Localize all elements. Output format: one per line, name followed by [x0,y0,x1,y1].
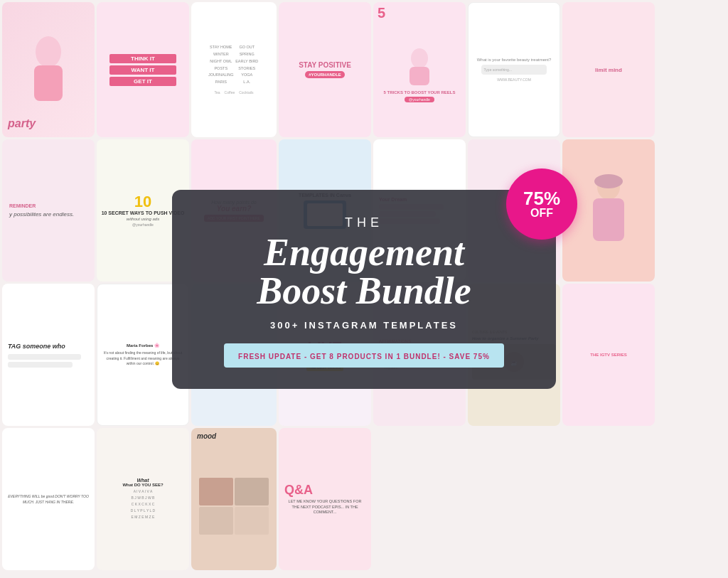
card-think-it: THINK IT WANT IT GET IT [97,2,189,137]
everything-good-text: EVERYTHING WILL be good DON'T WORRY TOO … [6,493,90,505]
svg-point-2 [411,48,428,68]
svg-point-0 [36,36,61,68]
card-beauty: What is your favorite beauty treatment? … [468,2,560,137]
beauty-treatment-text: What is your favorite beauty treatment? [477,58,552,62]
www-beauty: WWW.BEAUTY.COM [497,77,531,82]
main-overlay: 75% OFF THE Engagement Boost Bundle 300+… [172,190,556,389]
banner-text: FRESH UPDATE - GET 8 PRODUCTS IN 1 BUNDL… [238,353,490,360]
badge-percent: 75% [523,189,560,208]
card-everything-good: EVERYTHING WILL be good DON'T WORRY TOO … [2,428,95,570]
overlay-banner: FRESH UPDATE - GET 8 PRODUCTS IN 1 BUNDL… [224,343,504,368]
card-stay-positive: STAY POSITIVE #YOURHANDLE [279,2,371,137]
card-what-do-you-see: What What DO YOU SEE? A I V A I V A B J … [97,428,189,570]
think-line-1: THINK IT [109,54,176,63]
what-do-you-see-text: What DO YOU SEE? [122,483,163,487]
svg-point-6 [594,174,623,188]
svg-rect-5 [593,198,624,241]
limit-mind-text: limit mind [595,67,622,73]
overlay-title-engagement: Engagement [208,233,520,272]
svg-rect-1 [34,65,63,101]
card-tag-someone: TAG someone who [2,284,95,426]
stay-positive-text: STAY POSITIVE [299,61,351,70]
think-line-3: GET IT [109,77,176,86]
overlay-subtitle: 300+ Instagram Templates [208,320,520,331]
think-line-2: WANT IT [109,65,176,75]
without-ads-text: without using ads [127,217,159,221]
qa-subtext: LET ME KNOW YOUR QUESTIONS FOR THE NEXT … [284,499,365,515]
card-checklist: STAY HOMEGO OUT WINTERSPRING NIGHT OWLEA… [191,2,277,137]
overlay-the: THE [208,215,520,230]
card-limit-mind: limit mind [562,2,655,137]
reminder-text: REMINDER [9,203,36,208]
svg-rect-3 [410,67,429,85]
overlay-title-boost-bundle: Boost Bundle [208,272,520,310]
card-tricks-boost: 5 5 TRICKS TO BOOST YOUR REELS @yourhand… [373,2,466,137]
card-igtv: THE IGTV SERIES [562,284,655,426]
card-qa: Q&A LET ME KNOW YOUR QUESTIONS FOR THE N… [279,428,371,570]
number-10: 10 [134,194,151,210]
badge-off: OFF [530,208,553,219]
yourhandle-tag: #YOURHANDLE [305,71,345,78]
discount-badge: 75% OFF [506,168,577,240]
tag-someone-text: TAG someone who [8,343,65,350]
yourhandle2-text: @yourhandle [132,223,154,227]
possibilities-text: y possibilites are endless. [9,211,74,218]
card-mood: mood [191,428,277,570]
qa-big-text: Q&A [284,483,313,498]
tricks-boost-text: 5 TRICKS TO BOOST YOUR REELS [384,90,456,96]
card-party: party [2,2,95,137]
mood-text: mood [197,432,216,440]
what-label: What [136,478,149,483]
card-reminder: REMINDER y possibilites are endless. [2,139,95,282]
